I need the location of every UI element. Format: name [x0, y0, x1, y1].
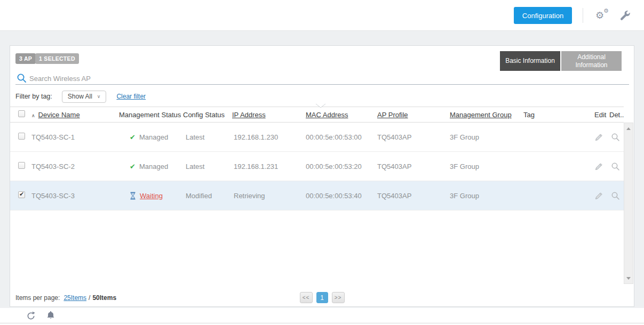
- selected-count-badge: 1 SELECTED: [35, 53, 79, 64]
- column-ip-address[interactable]: IP Address: [232, 111, 306, 119]
- column-mac-address[interactable]: MAC Address: [306, 111, 377, 119]
- scroll-down-arrow[interactable]: [624, 274, 633, 282]
- bottom-bar: [0, 308, 644, 325]
- scroll-up-arrow[interactable]: [624, 124, 633, 133]
- collapse-notch-icon: [315, 103, 326, 108]
- edit-pencil-icon[interactable]: [591, 162, 607, 171]
- mac-address: 00:00:5e:00:53:20: [306, 162, 377, 170]
- clear-filter-link[interactable]: Clear filter: [116, 93, 146, 100]
- tag-filter-value: Show All: [68, 93, 92, 100]
- current-page-button[interactable]: 1: [316, 292, 328, 303]
- table-row[interactable]: TQ5403-SC-2 ✔ Managed Latest 192.168.1.2…: [10, 152, 624, 181]
- column-config-status: Config Status: [183, 111, 232, 119]
- ip-address: 192.168.1.231: [232, 162, 306, 170]
- column-details: Det...: [607, 111, 624, 119]
- column-device-name[interactable]: ∧Device Name: [31, 111, 119, 119]
- next-page-button[interactable]: >>: [332, 292, 345, 303]
- search-underline: [15, 84, 629, 85]
- column-tag: Tag: [523, 111, 591, 119]
- settings-gears-icon[interactable]: ⚙ ⚙: [594, 7, 611, 25]
- chevron-down-icon: ∨: [97, 94, 101, 99]
- details-magnifier-icon[interactable]: [607, 162, 624, 171]
- management-status: ✔ Managed: [119, 162, 183, 170]
- details-magnifier-icon[interactable]: [607, 133, 624, 142]
- separator: /: [89, 294, 90, 302]
- table-header-row: ∧Device Name Management Status Config St…: [10, 107, 624, 123]
- ap-profile: TQ5403AP: [377, 162, 450, 170]
- ap-profile: TQ5403AP: [377, 192, 450, 200]
- info-tabs: Basic Information Additional Information: [500, 51, 622, 71]
- page-size-link[interactable]: 25Items: [63, 294, 86, 302]
- mac-address: 00:00:5e:00:53:40: [306, 192, 377, 200]
- gear-icon: ⚙: [595, 11, 604, 20]
- vertical-scrollbar[interactable]: [624, 123, 633, 284]
- select-all-checkbox[interactable]: [18, 110, 25, 117]
- waiting-status-link[interactable]: Waiting: [140, 192, 163, 200]
- edit-pencil-icon[interactable]: [591, 133, 607, 142]
- config-status: Latest: [183, 133, 232, 141]
- items-per-page-label: Items per page:: [15, 294, 60, 302]
- column-ap-profile[interactable]: AP Profile: [377, 111, 450, 119]
- management-group: 3F Group: [450, 192, 523, 200]
- prev-page-button[interactable]: <<: [300, 292, 313, 303]
- total-items-label: 50Items: [92, 294, 116, 302]
- refresh-icon[interactable]: [26, 311, 36, 323]
- ap-profile: TQ5403AP: [377, 133, 450, 141]
- tag-filter-dropdown[interactable]: Show All ∨: [62, 91, 107, 103]
- edit-pencil-icon[interactable]: [591, 191, 607, 200]
- management-status: ✔ Managed: [119, 133, 183, 141]
- tab-additional-information[interactable]: Additional Information: [561, 51, 622, 71]
- ap-count-badge: 3 AP: [15, 53, 36, 64]
- search-area: [15, 72, 629, 85]
- configuration-button[interactable]: Configuration: [514, 7, 572, 24]
- column-management-status: Management Status: [119, 111, 183, 119]
- table-row[interactable]: TQ5403-SC-1 ✔ Managed Latest 192.168.1.2…: [10, 123, 624, 152]
- management-group: 3F Group: [450, 162, 523, 170]
- topbar-divider: [583, 8, 583, 23]
- sort-asc-icon: ∧: [31, 113, 35, 118]
- search-icon: [17, 73, 27, 85]
- column-management-group[interactable]: Management Group: [450, 111, 523, 119]
- filter-by-tag-label: Filter by tag:: [15, 93, 52, 100]
- device-name: TQ5403-SC-3: [31, 192, 119, 200]
- search-input[interactable]: [29, 72, 616, 84]
- table-row[interactable]: TQ5403-SC-3 Waiting Modified Retrieving …: [10, 181, 624, 210]
- column-edit: Edit: [591, 111, 607, 119]
- ip-address: Retrieving: [232, 192, 306, 200]
- details-magnifier-icon[interactable]: [607, 191, 624, 200]
- hourglass-icon: [130, 192, 136, 200]
- ip-address: 192.168.1.230: [232, 133, 306, 141]
- gear-small-icon: ⚙: [603, 8, 609, 14]
- wireless-ap-panel: 3 AP 1 SELECTED Basic Information Additi…: [10, 45, 634, 307]
- device-name: TQ5403-SC-1: [31, 133, 119, 141]
- notifications-bell-icon[interactable]: [46, 311, 55, 322]
- management-status: Waiting: [119, 192, 183, 200]
- managed-check-icon: ✔: [130, 133, 136, 141]
- filter-row: Filter by tag: Show All ∨ Clear filter: [15, 90, 146, 103]
- top-bar: Configuration ⚙ ⚙: [0, 0, 644, 31]
- wrench-icon[interactable]: [619, 10, 632, 22]
- row-checkbox[interactable]: [18, 133, 25, 140]
- wrench-icon-glyph: [619, 10, 631, 21]
- config-status: Modified: [183, 192, 232, 200]
- mac-address: 00:00:5e:00:53:00: [306, 133, 377, 141]
- device-name: TQ5403-SC-2: [31, 162, 119, 170]
- tab-basic-information[interactable]: Basic Information: [500, 51, 560, 71]
- items-per-page-row: Items per page: 25Items / 50Items: [15, 294, 116, 302]
- row-checkbox[interactable]: [18, 191, 25, 198]
- row-checkbox[interactable]: [18, 162, 25, 169]
- pagination: << 1 >>: [300, 292, 345, 303]
- config-status: Latest: [183, 162, 232, 170]
- managed-check-icon: ✔: [130, 162, 136, 170]
- management-group: 3F Group: [450, 133, 523, 141]
